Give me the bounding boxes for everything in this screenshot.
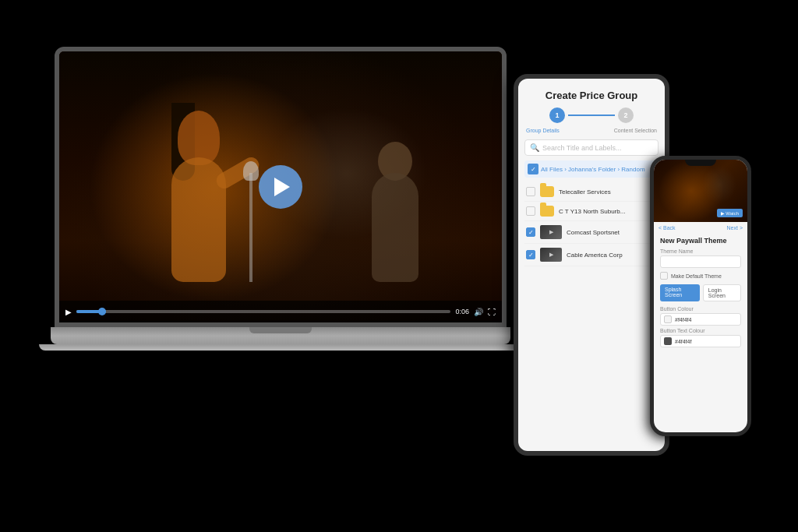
theme-name-input[interactable]: [660, 255, 741, 268]
laptop-camera-notch: [249, 327, 312, 333]
tablet-page-title: Create Price Group: [524, 90, 659, 101]
default-theme-label: Make Default Theme: [671, 273, 722, 279]
step-labels: Group Details Content Selection: [524, 128, 659, 133]
breadcrumb-text: All Files › Johanna's Folder › Random: [541, 166, 645, 173]
step-1-dot: 1: [549, 107, 565, 123]
list-item[interactable]: ✓ Comcast Sportsnet: [524, 221, 659, 244]
laptop-screen: ▶ 0:06 🔊 ⛶: [55, 47, 507, 327]
play-button[interactable]: [259, 165, 302, 209]
microphone: [243, 161, 259, 181]
item-label-3: Cable America Corp: [567, 252, 623, 259]
tablet-content: Create Price Group 1 2 Group Details Con…: [518, 79, 665, 273]
phone-video-preview[interactable]: ▶ Watch: [654, 160, 747, 222]
folder-icon: [540, 206, 554, 217]
phone-notch: [685, 160, 716, 166]
search-icon: 🔍: [530, 143, 539, 152]
video-controls-bar: ▶ 0:06 🔊 ⛶: [59, 301, 502, 322]
login-screen-tab[interactable]: Login Screen: [703, 284, 741, 301]
default-theme-row[interactable]: Make Default Theme: [660, 272, 741, 280]
search-bar[interactable]: 🔍 Search Title and Labels...: [524, 139, 659, 156]
guitarist-figure: [356, 142, 457, 282]
button-text-color-swatch: [664, 337, 672, 345]
item-label-2: Comcast Sportsnet: [567, 229, 620, 236]
button-text-color-label: Button Text Colour: [660, 328, 741, 333]
button-text-color-value: #4f4f4f: [675, 339, 691, 344]
volume-icon[interactable]: 🔊: [474, 308, 483, 316]
list-item[interactable]: ✓ Cable America Corp: [524, 244, 659, 266]
laptop-base: [51, 327, 510, 344]
button-color-value: #f4f4f4: [675, 317, 691, 322]
phone-video-action-button[interactable]: ▶ Watch: [717, 209, 743, 217]
back-button[interactable]: < Back: [659, 225, 676, 231]
fullscreen-icon[interactable]: ⛶: [488, 308, 496, 316]
phone-content: New Paywall Theme Theme Name Make Defaul…: [654, 234, 747, 353]
button-color-swatch: [664, 315, 672, 323]
progress-dot: [98, 308, 106, 315]
singer-figure: [148, 111, 273, 282]
list-item[interactable]: C T Y13 North Suburb...: [524, 202, 659, 221]
laptop-foot: [39, 344, 522, 351]
item-checkbox-2[interactable]: ✓: [526, 227, 535, 237]
stepper: 1 2: [524, 107, 659, 123]
list-item[interactable]: Telecaller Services: [524, 182, 659, 202]
button-text-color-field[interactable]: #4f4f4f: [660, 335, 741, 347]
guitarist-body: [372, 173, 418, 282]
video-thumbnail-2: [540, 225, 562, 239]
time-display: 0:06: [455, 308, 469, 315]
item-label-1: C T Y13 North Suburb...: [559, 208, 625, 215]
splash-screen-tab[interactable]: Splash Screen: [660, 284, 700, 301]
laptop: ▶ 0:06 🔊 ⛶: [39, 47, 522, 374]
default-theme-checkbox[interactable]: [660, 272, 668, 280]
item-checkbox-3[interactable]: ✓: [526, 250, 535, 259]
step-2-label: Content Selection: [614, 128, 657, 133]
phone-header: < Back Next >: [654, 222, 747, 234]
step-1-label: Group Details: [526, 128, 560, 133]
video-thumbnail-3: [540, 248, 562, 262]
search-placeholder: Search Title and Labels...: [542, 144, 622, 152]
folder-icon: [540, 186, 554, 197]
scene: ▶ 0:06 🔊 ⛶ Create Price Group: [0, 0, 798, 532]
phone-screen: ▶ Watch < Back Next > New Paywall Theme …: [654, 160, 747, 432]
item-label-0: Telecaller Services: [559, 188, 611, 196]
screen-toggle: Splash Screen Login Screen: [660, 284, 741, 301]
item-checkbox-0[interactable]: [526, 187, 535, 196]
progress-bar[interactable]: [76, 310, 450, 313]
phone-section-title: New Paywall Theme: [660, 237, 741, 245]
button-color-label: Button Colour: [660, 306, 741, 312]
step-2-dot: 2: [618, 107, 634, 123]
tablet-device: Create Price Group 1 2 Group Details Con…: [514, 74, 669, 456]
item-checkbox-1[interactable]: [526, 206, 535, 216]
next-button[interactable]: Next >: [727, 225, 743, 231]
theme-name-label: Theme Name: [660, 248, 741, 254]
button-color-field[interactable]: #f4f4f4: [660, 313, 741, 326]
breadcrumb[interactable]: ✓ All Files › Johanna's Folder › Random: [524, 160, 659, 178]
breadcrumb-check-icon: ✓: [528, 164, 538, 174]
step-line: [568, 115, 615, 116]
mic-stand: [249, 173, 252, 282]
play-icon: [274, 178, 290, 196]
tablet-screen: Create Price Group 1 2 Group Details Con…: [518, 79, 665, 451]
play-pause-icon[interactable]: ▶: [65, 308, 72, 316]
video-player[interactable]: ▶ 0:06 🔊 ⛶: [59, 51, 502, 322]
phone-device: ▶ Watch < Back Next > New Paywall Theme …: [650, 156, 751, 436]
